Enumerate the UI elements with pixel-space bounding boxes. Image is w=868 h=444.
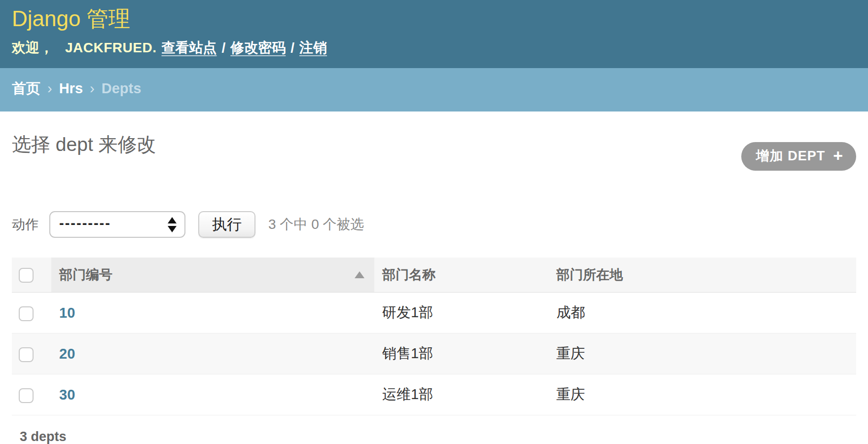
actions-bar: 动作 --------- 执行 3 个中 0 个被选 (12, 211, 856, 238)
breadcrumb-separator: › (47, 80, 52, 97)
view-site-link[interactable]: 查看站点 (161, 38, 217, 57)
breadcrumb-current: Depts (102, 80, 142, 97)
table-row: 30 运维1部 重庆 (12, 374, 856, 415)
change-password-link[interactable]: 修改密码 (230, 38, 286, 57)
depts-table: 部门编号 部门名称 部门所在地 10 研发1部 成都 20 销售1部 重庆 (12, 258, 856, 415)
select-spinner-icon (168, 217, 177, 232)
select-all-checkbox[interactable] (19, 268, 34, 283)
row-checkbox[interactable] (19, 388, 34, 403)
column-header-dept-id-label: 部门编号 (59, 266, 112, 284)
dept-name-cell: 运维1部 (374, 374, 548, 415)
welcome-text: 欢迎， (12, 38, 53, 57)
table-header-row: 部门编号 部门名称 部门所在地 (12, 258, 856, 293)
dept-name-cell: 研发1部 (374, 293, 548, 333)
user-tools: 欢迎， JACKFRUED. 查看站点 / 修改密码 / 注销 (12, 38, 856, 57)
table-row: 20 销售1部 重庆 (12, 333, 856, 374)
username: JACKFRUED. (65, 40, 156, 56)
link-separator: / (290, 40, 294, 56)
add-dept-button-label: 增加 DEPT (756, 147, 826, 165)
dept-id-link[interactable]: 30 (59, 387, 75, 403)
plus-icon: + (833, 147, 843, 164)
action-label: 动作 (12, 216, 38, 233)
dept-id-link[interactable]: 20 (59, 346, 75, 362)
add-dept-button[interactable]: 增加 DEPT + (741, 142, 856, 171)
selection-counter: 3 个中 0 个被选 (268, 215, 364, 234)
dept-id-link[interactable]: 10 (59, 305, 75, 321)
link-separator: / (221, 40, 225, 56)
page-title: 选择 dept 来修改 (12, 131, 156, 158)
sort-ascending-icon[interactable] (355, 271, 364, 278)
paginator: 3 depts (12, 415, 856, 444)
dept-location-cell: 成都 (548, 293, 856, 333)
row-checkbox[interactable] (19, 347, 34, 362)
admin-header: Django 管理 欢迎， JACKFRUED. 查看站点 / 修改密码 / 注… (0, 0, 868, 68)
breadcrumb: 首页 › Hrs › Depts (0, 68, 868, 111)
action-select-value: --------- (59, 215, 111, 231)
breadcrumb-app-link[interactable]: Hrs (59, 80, 83, 97)
action-select[interactable]: --------- (49, 211, 185, 238)
column-header-dept-location[interactable]: 部门所在地 (548, 258, 856, 293)
row-checkbox[interactable] (19, 306, 34, 321)
column-header-dept-id[interactable]: 部门编号 (51, 258, 374, 293)
title-row: 选择 dept 来修改 增加 DEPT + (12, 131, 856, 171)
site-title[interactable]: Django 管理 (12, 7, 856, 31)
dept-location-cell: 重庆 (548, 374, 856, 415)
column-header-dept-name[interactable]: 部门名称 (374, 258, 548, 293)
logout-link[interactable]: 注销 (299, 38, 327, 57)
dept-location-cell: 重庆 (548, 333, 856, 374)
table-row: 10 研发1部 成都 (12, 293, 856, 333)
changelist-content: 选择 dept 来修改 增加 DEPT + 动作 --------- 执行 3 … (0, 131, 868, 444)
breadcrumb-separator: › (90, 80, 95, 97)
go-button[interactable]: 执行 (198, 211, 255, 238)
dept-name-cell: 销售1部 (374, 333, 548, 374)
breadcrumb-home-link[interactable]: 首页 (12, 79, 40, 99)
